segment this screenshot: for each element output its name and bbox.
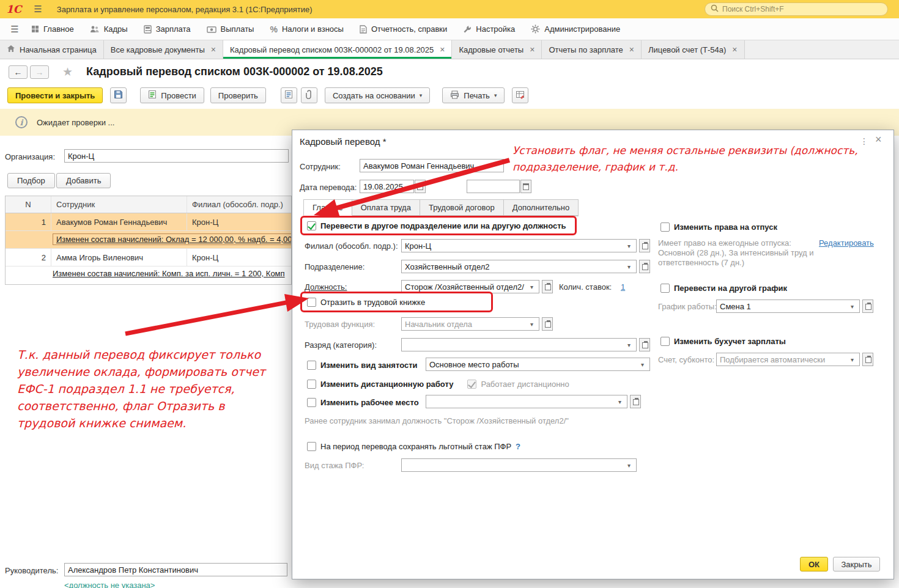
accruals-detail-link[interactable]: Изменен состав начислений: Оклад = 12 00… (53, 233, 291, 245)
transfer-date-field[interactable]: 19.08.2025 (360, 180, 414, 193)
vacation-rights-checkbox[interactable] (660, 222, 670, 232)
tab-licevoi-schet[interactable]: Лицевой счет (Т-54а) × (642, 40, 744, 59)
open-icon[interactable] (862, 300, 873, 313)
open-icon[interactable] (639, 260, 650, 273)
back-arrow-icon[interactable]: ← (9, 65, 28, 79)
work-function-field[interactable]: Начальник отдела ▾ (401, 317, 539, 331)
tab-kadrovye-dokumenty[interactable]: Все кадровые документы × (104, 40, 223, 59)
close-button[interactable]: Закрыть (833, 557, 880, 571)
chevron-down-icon[interactable]: ▾ (616, 399, 624, 405)
close-icon[interactable]: × (875, 133, 882, 146)
close-icon[interactable]: × (440, 45, 445, 54)
column-header-employee[interactable]: Сотрудник (51, 196, 187, 213)
tab-kadrovye-otchety[interactable]: Кадровые отчеты × (452, 40, 542, 59)
report-settings-button[interactable] (512, 87, 528, 103)
ok-button[interactable]: ОК (800, 557, 828, 571)
system-menu-icon[interactable]: ☰ (34, 4, 42, 15)
forward-arrow-icon[interactable]: → (30, 65, 49, 79)
vacation-edit-link[interactable]: Редактировать (819, 238, 874, 248)
column-header-n[interactable]: N (6, 196, 51, 213)
rates-count-link[interactable]: 1 (621, 282, 625, 292)
works-remotely-checkbox[interactable] (467, 380, 476, 389)
schedule-field[interactable]: Смена 1 ▾ (716, 300, 860, 313)
search-input[interactable] (722, 5, 882, 13)
help-icon[interactable]: ? (516, 442, 520, 451)
grade-field[interactable]: ▾ (401, 338, 637, 351)
chevron-down-icon[interactable]: ▾ (638, 361, 646, 368)
close-icon[interactable]: × (211, 45, 216, 54)
attachments-button[interactable] (301, 87, 317, 103)
post-and-close-button[interactable]: Провести и закрыть (7, 87, 103, 103)
schedule-checkbox[interactable] (660, 284, 670, 293)
table-row[interactable]: 1 Авакумов Роман Геннадьевич Крон-Ц (6, 213, 291, 231)
favorite-star-icon[interactable]: ★ (62, 65, 73, 79)
organization-field[interactable]: Крон-Ц (64, 149, 289, 163)
close-icon[interactable]: × (629, 45, 634, 54)
pfr-kind-field[interactable]: ▾ (401, 458, 637, 472)
menu-vyplaty[interactable]: Выплаты (199, 18, 262, 40)
open-icon[interactable] (639, 239, 650, 252)
column-header-branch[interactable]: Филиал (обособл. подр.) (187, 196, 291, 213)
dialog-tab-dopolnitelno[interactable]: Дополнительно (504, 199, 579, 216)
menu-glavnoe[interactable]: Главное (23, 18, 82, 40)
workplace-checkbox[interactable] (307, 398, 316, 407)
tab-home[interactable]: Начальная страница (0, 40, 104, 59)
branch-field[interactable]: Крон-Ц ▾ (401, 239, 637, 252)
open-icon[interactable] (862, 353, 873, 366)
calendar-icon[interactable] (415, 180, 426, 193)
employee-field[interactable]: Авакумов Роман Геннадьевич (360, 159, 504, 172)
open-icon[interactable] (542, 280, 553, 293)
tab-kadrovy-perevod[interactable]: Кадровый перевод списком 00ЗК-000002 от … (223, 40, 452, 59)
accounting-checkbox[interactable] (660, 337, 670, 346)
chevron-down-icon[interactable]: ▾ (625, 462, 633, 469)
remote-change-checkbox[interactable] (307, 380, 316, 389)
tab-otchety-po-zarplate[interactable]: Отчеты по зарплате × (542, 40, 642, 59)
accruals-detail-link[interactable]: Изменен состав начислений: Комп. за исп.… (53, 269, 285, 278)
close-icon[interactable]: × (530, 45, 535, 54)
calendar-icon[interactable] (520, 180, 531, 193)
chevron-down-icon[interactable]: ▾ (848, 303, 856, 310)
create-based-on-button[interactable]: Создать на основании ▾ (325, 87, 430, 103)
chevron-down-icon[interactable]: ▾ (528, 321, 536, 328)
chevron-down-icon[interactable]: ▾ (625, 263, 633, 270)
menu-nastroika[interactable]: Настройка (455, 18, 523, 40)
date-field-secondary[interactable] (467, 180, 520, 193)
pfr-checkbox[interactable] (307, 442, 316, 451)
print-button[interactable]: Печать ▾ (442, 87, 505, 103)
table-row[interactable]: 2 Амма Игорь Виленович Крон-Ц (6, 249, 291, 266)
save-button[interactable] (110, 87, 127, 103)
open-icon[interactable] (639, 338, 650, 351)
chevron-down-icon[interactable]: ▾ (848, 356, 856, 363)
employment-checkbox[interactable] (307, 361, 316, 370)
pick-button[interactable]: Подбор (7, 173, 55, 188)
post-button[interactable]: Провести (140, 87, 204, 103)
menu-otchetnost[interactable]: Отчетность, справки (352, 18, 455, 40)
table-detail-row[interactable]: Изменен состав начислений: Оклад = 12 00… (6, 231, 291, 249)
manager-field[interactable]: Александров Петр Константинович (64, 563, 287, 576)
employment-field[interactable]: Основное место работы ▾ (426, 358, 650, 371)
menu-zarplata[interactable]: Зарплата (136, 18, 199, 40)
sections-menu-icon[interactable]: ☰ (6, 24, 23, 35)
menu-administrirovanie[interactable]: Администрирование (523, 18, 628, 40)
more-icon[interactable]: ⋮ (860, 136, 868, 146)
dialog-tab-glavnoe[interactable]: Главное (303, 199, 352, 216)
menu-kadry[interactable]: Кадры (82, 18, 136, 40)
table-detail-row[interactable]: Изменен состав начислений: Комп. за исп.… (6, 266, 291, 284)
position-label[interactable]: Должность: (305, 282, 347, 292)
workbook-checkbox[interactable] (307, 298, 316, 307)
menu-nalogi[interactable]: % Налоги и взносы (262, 18, 352, 40)
chevron-down-icon[interactable]: ▾ (528, 284, 536, 290)
open-icon[interactable] (630, 395, 641, 408)
position-field[interactable]: Сторож /Хозяйственный отдел2/ ▾ (401, 280, 539, 293)
add-button[interactable]: Добавить (56, 173, 111, 188)
dialog-tab-oplata-truda[interactable]: Оплата труда (352, 199, 420, 216)
department-field[interactable]: Хозяйственный отдел2 ▾ (401, 260, 637, 273)
chevron-down-icon[interactable]: ▾ (625, 243, 633, 249)
open-icon[interactable] (542, 317, 553, 331)
check-button[interactable]: Проверить (210, 87, 266, 103)
global-search[interactable] (705, 2, 888, 16)
account-field[interactable]: Подбирается автоматически ▾ (716, 353, 860, 366)
manager-position-link[interactable]: <должность не указана> (64, 581, 155, 588)
dialog-tab-trudovoi-dogovor[interactable]: Трудовой договор (420, 199, 504, 216)
chevron-down-icon[interactable]: ▾ (625, 342, 633, 348)
